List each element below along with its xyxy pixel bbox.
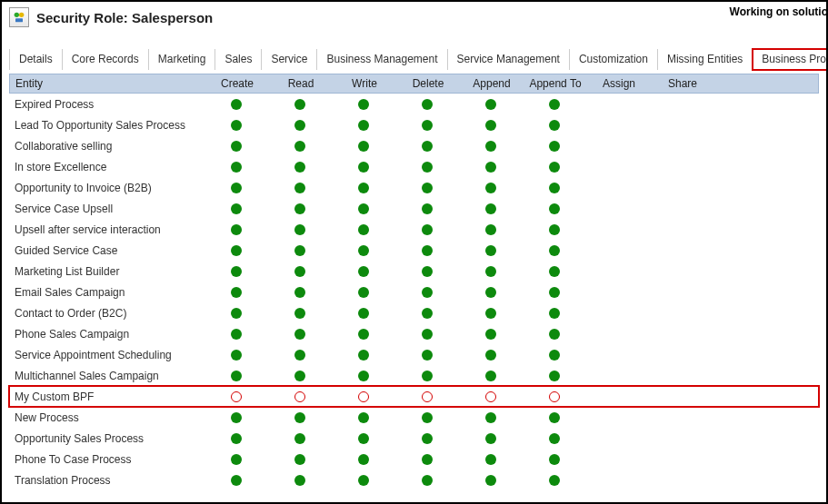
permission-cell[interactable]	[205, 245, 268, 256]
permission-cell[interactable]	[395, 371, 459, 381]
permission-cell[interactable]	[332, 245, 395, 256]
permission-cell[interactable]	[205, 391, 268, 402]
permission-cell[interactable]	[268, 454, 332, 465]
permission-cell[interactable]	[205, 433, 268, 444]
permission-cell[interactable]	[332, 162, 395, 173]
permission-cell[interactable]	[459, 203, 523, 214]
permission-cell[interactable]	[268, 120, 332, 131]
permission-cell[interactable]	[523, 266, 586, 277]
permission-cell[interactable]	[332, 350, 395, 361]
permission-cell[interactable]	[268, 287, 332, 298]
tab-service-management[interactable]: Service Management	[448, 49, 570, 70]
permission-cell[interactable]	[459, 308, 523, 319]
permission-cell[interactable]	[395, 412, 459, 423]
permission-cell[interactable]	[205, 475, 268, 486]
permission-cell[interactable]	[523, 99, 586, 110]
column-header-read[interactable]: Read	[269, 74, 333, 93]
permission-cell[interactable]	[395, 162, 459, 173]
permission-cell[interactable]	[523, 329, 586, 340]
permission-cell[interactable]	[395, 203, 459, 214]
permission-cell[interactable]	[459, 224, 523, 235]
column-header-entity[interactable]: Entity	[10, 74, 205, 93]
permission-cell[interactable]	[205, 371, 268, 381]
permission-cell[interactable]	[459, 350, 523, 361]
permission-cell[interactable]	[459, 162, 523, 173]
permission-cell[interactable]	[332, 433, 395, 444]
permission-cell[interactable]	[205, 266, 268, 277]
column-header-append-to[interactable]: Append To	[524, 74, 587, 93]
permission-cell[interactable]	[268, 371, 332, 381]
permission-cell[interactable]	[395, 287, 459, 298]
permission-cell[interactable]	[332, 203, 395, 214]
permission-cell[interactable]	[268, 308, 332, 319]
permission-cell[interactable]	[268, 162, 332, 173]
entity-name[interactable]: Opportunity to Invoice (B2B)	[9, 182, 205, 194]
permission-cell[interactable]	[459, 183, 523, 193]
permission-cell[interactable]	[459, 99, 523, 110]
permission-cell[interactable]	[395, 183, 459, 193]
entity-name[interactable]: Lead To Opportunity Sales Process	[9, 119, 205, 132]
column-header-write[interactable]: Write	[333, 74, 396, 93]
permission-cell[interactable]	[523, 141, 586, 152]
permission-cell[interactable]	[332, 308, 395, 319]
permission-cell[interactable]	[332, 287, 395, 298]
permission-cell[interactable]	[268, 99, 332, 110]
tab-marketing[interactable]: Marketing	[149, 49, 216, 70]
entity-name[interactable]: Multichannel Sales Campaign	[9, 370, 205, 382]
permission-cell[interactable]	[268, 329, 332, 340]
permission-cell[interactable]	[395, 224, 459, 235]
permission-cell[interactable]	[268, 350, 332, 361]
permission-cell[interactable]	[395, 141, 459, 152]
permission-cell[interactable]	[205, 162, 268, 173]
permission-cell[interactable]	[395, 308, 459, 319]
entity-name[interactable]: Opportunity Sales Process	[9, 432, 205, 445]
permission-cell[interactable]	[332, 224, 395, 235]
permission-cell[interactable]	[205, 350, 268, 361]
permission-cell[interactable]	[523, 203, 586, 214]
permission-cell[interactable]	[268, 141, 332, 152]
permission-cell[interactable]	[205, 99, 268, 110]
permission-cell[interactable]	[332, 141, 395, 152]
permission-cell[interactable]	[332, 371, 395, 381]
entity-name[interactable]: Marketing List Builder	[9, 265, 205, 278]
permission-cell[interactable]	[523, 183, 586, 193]
entity-name[interactable]: Service Case Upsell	[9, 203, 205, 215]
permission-cell[interactable]	[523, 287, 586, 298]
permission-cell[interactable]	[268, 183, 332, 193]
permission-cell[interactable]	[268, 412, 332, 423]
permission-cell[interactable]	[332, 99, 395, 110]
permission-cell[interactable]	[459, 141, 523, 152]
permission-cell[interactable]	[459, 412, 523, 423]
tab-business-process-flows[interactable]: Business Process Flows	[753, 49, 828, 70]
permission-cell[interactable]	[268, 475, 332, 486]
permission-cell[interactable]	[332, 183, 395, 193]
permission-cell[interactable]	[523, 454, 586, 465]
permission-cell[interactable]	[523, 475, 586, 486]
entity-name[interactable]: Phone Sales Campaign	[9, 328, 205, 341]
permission-cell[interactable]	[459, 391, 523, 402]
tab-business-management[interactable]: Business Management	[317, 49, 447, 70]
permission-cell[interactable]	[459, 287, 523, 298]
permission-cell[interactable]	[205, 287, 268, 298]
permission-cell[interactable]	[523, 245, 586, 256]
permission-cell[interactable]	[395, 475, 459, 486]
column-header-delete[interactable]: Delete	[396, 74, 460, 93]
permission-cell[interactable]	[205, 183, 268, 193]
permission-cell[interactable]	[205, 454, 268, 465]
tab-details[interactable]: Details	[9, 49, 63, 70]
tab-customization[interactable]: Customization	[570, 49, 658, 70]
permission-cell[interactable]	[332, 454, 395, 465]
permission-cell[interactable]	[205, 120, 268, 131]
permission-cell[interactable]	[523, 371, 586, 381]
permission-cell[interactable]	[523, 412, 586, 423]
entity-name[interactable]: Service Appointment Scheduling	[9, 349, 205, 361]
tab-missing-entities[interactable]: Missing Entities	[658, 49, 753, 70]
tab-sales[interactable]: Sales	[215, 49, 262, 70]
column-header-assign[interactable]: Assign	[587, 74, 651, 93]
entity-name[interactable]: Contact to Order (B2C)	[9, 307, 205, 320]
entity-name[interactable]: Translation Process	[9, 474, 205, 487]
permission-cell[interactable]	[332, 412, 395, 423]
permission-cell[interactable]	[332, 391, 395, 402]
entity-name[interactable]: Phone To Case Process	[9, 453, 205, 466]
permission-cell[interactable]	[523, 224, 586, 235]
